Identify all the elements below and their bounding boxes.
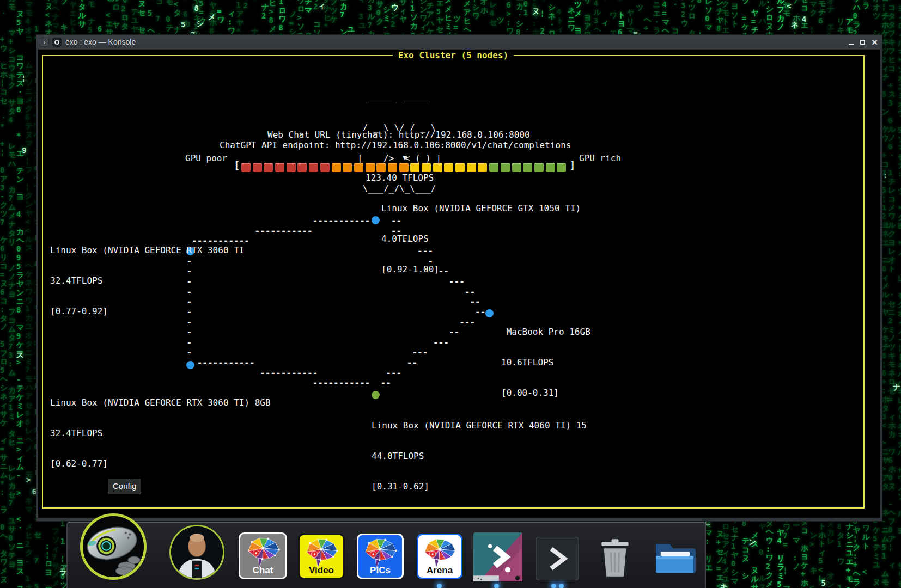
- node-dot-gtx-1050-ti: [372, 216, 380, 224]
- running-indicator: [551, 584, 556, 588]
- ring-dash-segment: -----------: [197, 358, 255, 368]
- gpu-bar-segment-yellow: [422, 163, 431, 172]
- config-button[interactable]: Config: [108, 479, 141, 494]
- gpu-bar-segment-yellow: [410, 163, 419, 172]
- gpu-rich-label: GPU rich: [579, 154, 621, 164]
- gpu-bar-segment-green: [546, 163, 555, 172]
- brain-icon: [302, 537, 341, 569]
- gpu-bar-segment-yellow: [433, 163, 442, 172]
- gpu-bar-segment-red: [241, 163, 251, 172]
- node-label-rtx-3060-ti: Linux Box (NVIDIA GEFORCE RTX 3060 TI 32…: [50, 225, 244, 337]
- node-dot-macbook-pro: [485, 309, 494, 317]
- user-avatar[interactable]: [169, 525, 224, 580]
- dock: Chat Video PICs Arena: [66, 522, 706, 588]
- ring-dash-segment: ---: [412, 347, 428, 358]
- ring-dash-segment: ---: [386, 368, 401, 378]
- ring-dash-segment: -----------: [313, 216, 370, 226]
- ring-dash-segment: -----------: [255, 226, 313, 236]
- api-endpoint-url: ChatGPT API endpoint: http://192.168.0.1…: [220, 140, 571, 151]
- node-dot-rtx-4060-ti: [372, 391, 380, 399]
- gpu-bar-segment-green: [557, 163, 566, 172]
- gpu-bar-segment-orange: [366, 163, 375, 172]
- exo-cluster-panel: Exo Cluster (5 nodes) _____ _____ / _ \ …: [42, 55, 865, 509]
- gpu-bar-segment-orange: [343, 163, 352, 172]
- gpu-bar-segment-green: [512, 163, 521, 172]
- dock-item-chat[interactable]: Chat: [239, 532, 287, 579]
- gpu-bar-segment-red: [287, 163, 296, 172]
- terminal-prompt-icon: ›: [40, 38, 49, 47]
- gpu-bar-segment-red: [297, 163, 307, 172]
- ring-dash-segment: --: [381, 378, 391, 388]
- node-label-rtx-3060-ti-8gb: Linux Box (NVIDIA GEFORCE RTX 3060 TI) 8…: [50, 378, 271, 489]
- minimize-icon[interactable]: [846, 37, 856, 47]
- ring-dash-segment: --: [470, 297, 480, 307]
- ring-dash-segment: -----------: [313, 378, 370, 388]
- maximize-icon[interactable]: [857, 37, 868, 47]
- ring-dash-segment: ---: [433, 338, 449, 348]
- ring-dash-segment: -: [186, 338, 192, 348]
- dock-item-media-app[interactable]: [473, 532, 522, 581]
- running-indicator: [494, 584, 499, 588]
- dock-item-trash[interactable]: [596, 537, 634, 578]
- gpu-bar-segment-red: [309, 163, 318, 172]
- terminal-chevron-icon: [536, 537, 579, 580]
- robot-head-icon: [83, 516, 144, 577]
- web-chat-url: Web Chat URL (tinychat): http://192.168.…: [267, 130, 530, 140]
- dock-item-video[interactable]: Video: [298, 534, 345, 579]
- konsole-app-icon: [52, 38, 62, 47]
- gpu-gauge-bar: [241, 163, 566, 172]
- brain-icon: [361, 537, 400, 569]
- user-portrait-icon: [171, 526, 223, 578]
- gpu-bar-segment-orange: [388, 163, 397, 172]
- terminal-client-area: Exo Cluster (5 nodes) _____ _____ / _ \ …: [38, 50, 880, 518]
- ring-dash-segment: ---: [459, 317, 475, 328]
- dock-item-chat-label: Chat: [240, 565, 285, 576]
- total-tflops: 123.40 TFLOPS: [366, 173, 434, 183]
- running-indicator: [559, 584, 564, 588]
- ring-dash-segment: -: [186, 347, 192, 358]
- window-titlebar[interactable]: › exo : exo — Konsole ✕: [36, 35, 882, 50]
- gpu-bar-segment-yellow: [444, 163, 453, 172]
- trash-icon: [596, 537, 634, 578]
- dock-item-pics[interactable]: PICs: [357, 534, 404, 579]
- node-dot-rtx-3060-ti-8gb: [186, 361, 194, 369]
- window-title: exo : exo — Konsole: [65, 38, 136, 46]
- gpu-bar-segment-green: [523, 163, 532, 172]
- gpu-bar-segment-yellow: [455, 163, 465, 172]
- running-indicator: [437, 584, 442, 588]
- gpu-bar-segment-green: [489, 163, 498, 172]
- folder-icon: [653, 535, 696, 578]
- gpu-bar-segment-orange: [399, 163, 409, 172]
- gpu-bar-segment-red: [264, 163, 273, 172]
- ring-dash-segment: --: [407, 358, 417, 368]
- gpu-bar-segment-red: [253, 163, 262, 172]
- dock-item-terminal[interactable]: [536, 537, 579, 580]
- gpu-bar-segment-orange: [354, 163, 363, 172]
- close-icon[interactable]: ✕: [869, 37, 880, 47]
- brain-icon: [243, 536, 283, 568]
- node-label-gtx-1050-ti: Linux Box (NVIDIA GEFORCE GTX 1050 TI) 4…: [381, 183, 581, 295]
- ring-dash-segment: --: [475, 307, 485, 317]
- konsole-window: › exo : exo — Konsole ✕ Exo Cluster (5 n…: [36, 34, 882, 522]
- gpu-bar-segment-red: [275, 163, 284, 172]
- dock-item-video-label: Video: [300, 565, 343, 576]
- dock-item-arena-label: Arena: [418, 565, 461, 576]
- gpu-bar-segment-yellow: [467, 163, 476, 172]
- robot-avatar[interactable]: [80, 513, 147, 580]
- gpu-bar-close-bracket: ]: [569, 160, 575, 170]
- gpu-bar-segment-orange: [376, 163, 386, 172]
- ring-dash-segment: -----------: [260, 368, 318, 378]
- gpu-bar-segment-green: [501, 163, 510, 172]
- gpu-bar-open-bracket: [: [234, 160, 240, 170]
- gpu-bar-segment-green: [534, 163, 544, 172]
- dock-item-arena[interactable]: Arena: [417, 534, 462, 579]
- node-label-rtx-4060-ti: Linux Box (NVIDIA GEFORCE RTX 4060 TI) 1…: [372, 401, 587, 512]
- dock-item-pics-label: PICs: [358, 565, 402, 576]
- gpu-bar-segment-orange: [332, 163, 341, 172]
- brain-icon: [420, 537, 459, 569]
- gpu-bar-segment-red: [320, 163, 330, 172]
- panel-title: Exo Cluster (5 nodes): [393, 50, 514, 60]
- dock-item-file-manager[interactable]: [653, 535, 696, 578]
- media-app-icon: [473, 532, 522, 581]
- gpu-poor-label: GPU poor: [185, 154, 227, 164]
